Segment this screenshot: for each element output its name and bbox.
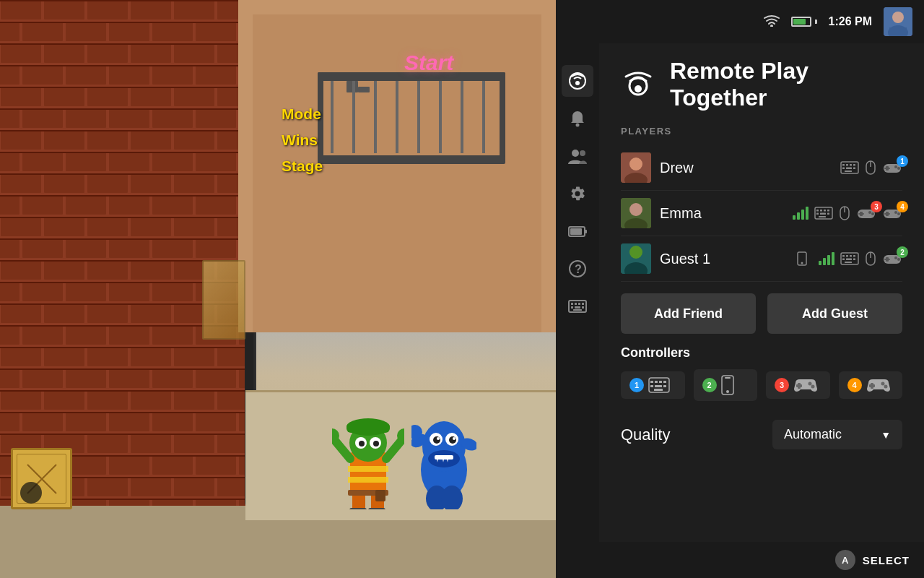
- svg-rect-171: [655, 385, 662, 387]
- user-avatar[interactable]: [884, 7, 912, 36]
- player-name-emma: Emma: [660, 205, 784, 222]
- svg-point-143: [897, 212, 900, 215]
- sidebar-icon-help[interactable]: ?: [562, 253, 593, 285]
- ctrl-phone-icon: [721, 375, 734, 395]
- svg-rect-108: [853, 164, 855, 166]
- svg-rect-37: [348, 477, 388, 483]
- svg-rect-169: [663, 381, 666, 383]
- wifi-icon: [764, 14, 780, 30]
- svg-rect-127: [827, 210, 829, 212]
- svg-rect-126: [824, 210, 826, 212]
- svg-point-96: [892, 12, 904, 23]
- svg-point-64: [433, 436, 440, 444]
- sidebar-icon-keyboard[interactable]: [562, 290, 593, 322]
- svg-rect-51: [349, 508, 367, 509]
- controller-items-row: 1 2: [621, 369, 902, 401]
- svg-point-118: [894, 165, 897, 168]
- svg-rect-166: [650, 381, 653, 383]
- mode-label: Mode: [282, 105, 321, 122]
- player-icons-guest1: 2: [819, 251, 902, 267]
- stage-label: Stage: [282, 158, 323, 174]
- sidebar-icon-settings[interactable]: [562, 178, 593, 210]
- svg-point-184: [884, 385, 887, 389]
- svg-point-102: [629, 158, 642, 171]
- sidebar-icon-notifications[interactable]: [562, 103, 593, 134]
- svg-rect-10: [0, 152, 256, 173]
- svg-rect-91: [575, 306, 580, 309]
- svg-point-66: [437, 437, 440, 440]
- svg-rect-150: [842, 255, 845, 257]
- svg-rect-112: [845, 171, 852, 172]
- svg-rect-12: [0, 238, 256, 260]
- svg-rect-128: [816, 213, 819, 215]
- quality-row: Quality Automatic ▼: [621, 413, 902, 457]
- svg-rect-173: [654, 389, 663, 391]
- svg-rect-8: [0, 65, 256, 87]
- svg-rect-136: [858, 213, 864, 215]
- controller-badge-drew: 1: [897, 155, 908, 167]
- controller-icon-emma-4: 4: [882, 207, 902, 220]
- svg-rect-156: [853, 259, 855, 261]
- player-avatar-guest1: [621, 243, 651, 274]
- player-icons-emma: 3 4: [793, 205, 902, 221]
- add-guest-button[interactable]: Add Guest: [767, 293, 902, 334]
- header-bar: 1:26 PM: [599, 0, 924, 43]
- svg-point-44: [373, 441, 379, 447]
- ctrl-gamepad-icon-4: [866, 377, 891, 393]
- players-section: PLAYERS Drew: [621, 126, 902, 282]
- svg-rect-170: [650, 385, 653, 387]
- svg-point-67: [453, 437, 456, 440]
- svg-rect-82: [570, 228, 582, 235]
- controllers-heading: Controllers: [621, 345, 902, 361]
- svg-point-175: [726, 390, 729, 393]
- controller-icon-emma-3: 3: [856, 207, 876, 220]
- svg-rect-87: [575, 303, 577, 305]
- ctrl-keyboard-icon: [648, 377, 670, 393]
- controller-badge-emma-4: 4: [897, 201, 908, 212]
- svg-rect-92: [582, 306, 584, 309]
- player-icons-drew: 1: [840, 160, 902, 176]
- svg-rect-182: [869, 384, 875, 387]
- mouse-icon-guest1: [865, 251, 876, 267]
- svg-rect-162: [884, 259, 890, 260]
- svg-rect-16: [0, 412, 256, 434]
- svg-rect-155: [846, 259, 852, 261]
- svg-point-100: [635, 85, 642, 92]
- player-row-guest1: Guest 1: [621, 236, 902, 282]
- svg-rect-25: [358, 87, 370, 92]
- svg-rect-131: [819, 216, 826, 217]
- right-panel: 1:26 PM Remote Play Together PLAYER: [599, 0, 924, 578]
- sidebar-icon-friends[interactable]: [562, 140, 593, 172]
- start-text: Start: [404, 51, 453, 75]
- panel-body: PLAYERS Drew: [599, 118, 924, 542]
- svg-rect-23: [318, 155, 505, 164]
- controller-item-4: 4: [839, 371, 903, 399]
- signal-icon-guest1: [819, 252, 834, 265]
- add-friend-button[interactable]: Add Friend: [621, 293, 756, 334]
- svg-rect-167: [655, 381, 658, 383]
- quality-select[interactable]: Automatic ▼: [772, 420, 902, 449]
- controller-icon-guest1: 2: [882, 252, 902, 265]
- svg-rect-124: [816, 210, 819, 212]
- controller-badge-guest1: 2: [897, 246, 908, 258]
- time-display: 1:26 PM: [829, 15, 872, 28]
- svg-rect-154: [842, 259, 845, 261]
- sidebar-icon-remote-play[interactable]: [562, 65, 593, 97]
- svg-point-65: [449, 436, 456, 444]
- svg-point-94: [770, 25, 773, 27]
- footer-action-label: SELECT: [863, 554, 910, 566]
- ctrl-badge-1: 1: [629, 378, 644, 392]
- sidebar-icon-storage[interactable]: [562, 215, 593, 247]
- keyboard-icon-guest1: [840, 252, 859, 265]
- svg-rect-81: [585, 230, 587, 233]
- sidebar: ?: [556, 0, 599, 578]
- footer: A SELECT: [599, 542, 924, 578]
- ctrl-badge-4: 4: [847, 378, 862, 392]
- svg-rect-107: [850, 164, 852, 166]
- svg-rect-117: [884, 168, 890, 169]
- ctrl-badge-3: 3: [775, 378, 789, 392]
- svg-point-138: [871, 212, 874, 215]
- panel-header: Remote Play Together: [599, 43, 924, 118]
- svg-rect-22: [500, 72, 505, 159]
- svg-rect-129: [820, 213, 826, 215]
